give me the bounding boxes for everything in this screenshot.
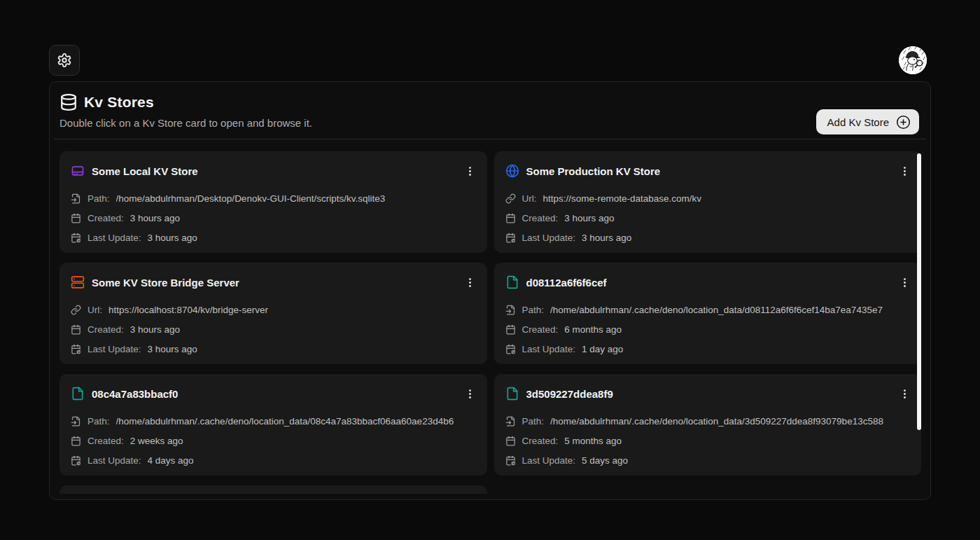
kv-store-card[interactable]: 3d509227ddea8f9 Path: /home/abdulrhman/.… (494, 374, 922, 476)
avatar[interactable] (899, 46, 927, 74)
card-detail-row: Last Update: 1 day ago (505, 343, 911, 354)
detail-label: Url: (88, 305, 102, 315)
card-details: Path: /home/abdulrhman/Desktop/Denokv-GU… (71, 193, 476, 243)
globe-icon (505, 164, 519, 178)
panel-header: Kv Stores Double click on a Kv Store car… (50, 82, 930, 129)
card-title: Some KV Store Bridge Server (92, 277, 239, 289)
card-title: Some Local KV Store (92, 165, 198, 177)
detail-label: Last Update: (88, 344, 141, 354)
kv-store-card[interactable]: 08c4a7a83bbacf0 Path: /home/abdulrhman/.… (59, 374, 487, 476)
hard-drive-icon (71, 164, 85, 178)
card-title: 08c4a7a83bbacf0 (92, 388, 178, 400)
card-detail-row: Last Update: 3 hours ago (505, 232, 911, 243)
card-menu-button[interactable] (895, 272, 914, 292)
card-menu-button[interactable] (461, 384, 480, 403)
detail-label: Last Update: (88, 455, 141, 466)
detail-label: Last Update: (522, 344, 576, 354)
card-detail-row: Last Update: 3 hours ago (71, 343, 476, 354)
kv-store-card[interactable]: Some Local KV Store Path: /home/abdulrhm… (59, 151, 487, 253)
kebab-icon (464, 388, 476, 400)
card-detail-row: Url: https://some-remote-database.com/kv (505, 193, 911, 204)
card-detail-row: Path: /home/abdulrhman/.cache/deno/locat… (505, 304, 911, 315)
card-menu-button[interactable] (461, 161, 480, 181)
card-title: d08112a6f6f6cef (526, 277, 607, 289)
calendar-sync-icon (71, 233, 81, 243)
detail-value: /home/abdulrhman/Desktop/Denokv-GUI-Clie… (116, 193, 386, 204)
card-title: Some Production KV Store (526, 165, 661, 177)
detail-value: 1 day ago (582, 344, 623, 354)
calendar-icon (505, 436, 516, 446)
kebab-icon (899, 388, 911, 400)
kv-store-card[interactable]: Some Production KV Store Url: https://so… (494, 151, 922, 253)
card-detail-row: Created: 6 months ago (505, 324, 911, 335)
card-header: d08112a6f6f6cef (505, 275, 911, 290)
gear-icon (57, 53, 72, 68)
detail-value: 3 hours ago (130, 213, 180, 223)
add-kv-store-label: Add Kv Store (827, 116, 889, 128)
circle-plus-icon (896, 115, 911, 130)
calendar-icon (505, 324, 516, 335)
file-input-icon (71, 416, 81, 427)
detail-label: Url: (522, 193, 537, 204)
card-detail-row: Path: /home/abdulrhman/Desktop/Denokv-GU… (71, 193, 476, 204)
kv-store-card[interactable]: d08112a6f6f6cef Path: /home/abdulrhman/.… (494, 263, 922, 364)
cards-scroll-area: Some Local KV Store Path: /home/abdulrhm… (59, 151, 921, 494)
card-header: Some Local KV Store (71, 163, 476, 179)
file-icon (505, 275, 519, 289)
card-detail-row: Path: /home/abdulrhman/.cache/deno/locat… (505, 415, 911, 427)
kv-stores-panel: Kv Stores Double click on a Kv Store car… (49, 81, 931, 500)
detail-value: 5 months ago (564, 436, 622, 446)
cards-grid: Some Local KV Store Path: /home/abdulrhm… (59, 151, 921, 494)
detail-label: Last Update: (88, 233, 141, 243)
card-detail-row: Created: 3 hours ago (71, 212, 476, 223)
file-input-icon (71, 193, 81, 204)
kebab-icon (899, 277, 911, 289)
card-title: 3d509227ddea8f9 (526, 388, 613, 400)
card-details: Path: /home/abdulrhman/.cache/deno/locat… (71, 415, 476, 466)
kv-store-card-partial[interactable] (59, 485, 487, 494)
detail-value: /home/abdulrhman/.cache/deno/location_da… (550, 416, 883, 427)
detail-value: https://some-remote-database.com/kv (543, 193, 702, 204)
page-subtitle: Double click on a Kv Store card to open … (59, 117, 919, 129)
settings-button[interactable] (49, 45, 80, 76)
card-detail-row: Created: 2 weeks ago (71, 435, 476, 446)
detail-label: Created: (522, 324, 559, 335)
card-menu-button[interactable] (895, 161, 914, 181)
detail-label: Last Update: (522, 233, 576, 243)
detail-value: 5 days ago (582, 455, 628, 466)
calendar-icon (71, 324, 81, 335)
kv-store-card[interactable]: Some KV Store Bridge Server Url: https:/… (59, 263, 487, 364)
page-title: Kv Stores (84, 94, 154, 111)
calendar-sync-icon (71, 344, 81, 354)
kebab-icon (464, 165, 476, 177)
calendar-icon (71, 436, 81, 446)
database-icon (59, 93, 78, 111)
deno-detective-avatar (899, 46, 927, 74)
card-menu-button[interactable] (895, 384, 914, 403)
card-detail-row: Created: 5 months ago (505, 435, 911, 446)
detail-value: 2 weeks ago (130, 436, 183, 446)
calendar-icon (505, 213, 516, 223)
calendar-sync-icon (505, 344, 516, 354)
detail-value: 3 hours ago (582, 233, 631, 243)
card-detail-row: Path: /home/abdulrhman/.cache/deno/locat… (71, 415, 476, 427)
detail-label: Created: (88, 436, 124, 446)
kebab-icon (899, 165, 911, 177)
card-detail-row: Created: 3 hours ago (505, 212, 911, 223)
scrollbar-thumb[interactable] (917, 153, 921, 430)
card-detail-row: Last Update: 4 days ago (71, 455, 476, 466)
card-menu-button[interactable] (461, 272, 480, 292)
link-icon (71, 305, 81, 315)
card-header: Some Production KV Store (505, 163, 911, 179)
detail-value: /home/abdulrhman/.cache/deno/location_da… (116, 416, 454, 427)
card-detail-row: Last Update: 3 hours ago (71, 232, 476, 243)
calendar-sync-icon (505, 455, 516, 466)
server-icon (71, 275, 85, 289)
card-header: Some KV Store Bridge Server (71, 275, 476, 290)
kebab-icon (464, 277, 476, 289)
detail-label: Path: (88, 416, 110, 427)
file-input-icon (505, 305, 516, 315)
card-header: 08c4a7a83bbacf0 (71, 386, 476, 401)
add-kv-store-button[interactable]: Add Kv Store (816, 109, 919, 134)
link-icon (505, 193, 516, 204)
